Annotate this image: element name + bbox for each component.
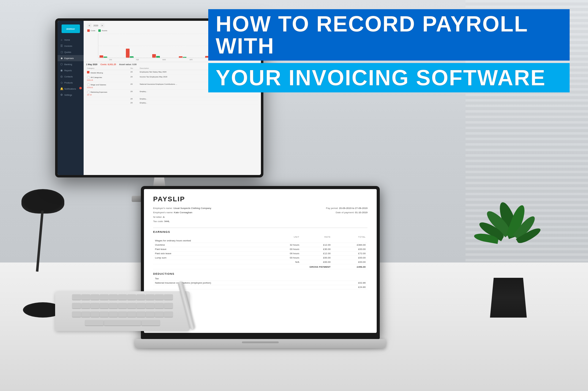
key-space-bar[interactable] bbox=[104, 320, 141, 326]
key[interactable] bbox=[146, 303, 154, 308]
title-line-1: HOW TO RECORD PAYROLL WITH bbox=[208, 9, 570, 61]
home-icon: ⌂ bbox=[60, 38, 63, 41]
contacts-icon: ◎ bbox=[60, 75, 63, 78]
employee-label: Employee's name: bbox=[153, 211, 173, 214]
pay-date-row: Date of payment: 01-10-2019 bbox=[326, 210, 368, 215]
key[interactable] bbox=[118, 294, 127, 300]
nav-contacts[interactable]: ◎ Contacts bbox=[58, 73, 84, 80]
key[interactable] bbox=[72, 311, 81, 317]
row2-no: 20 bbox=[130, 75, 139, 82]
nav-products[interactable]: ◇ Products bbox=[58, 80, 84, 86]
row4-category: Marketing Expenses 297.34 bbox=[86, 90, 130, 97]
key[interactable] bbox=[72, 303, 81, 308]
row1-category: Details Missing bbox=[86, 70, 130, 75]
key[interactable] bbox=[81, 303, 90, 308]
earning-desc-5: Lump sum bbox=[153, 255, 264, 260]
pay-period-to: 27-09-2019 bbox=[355, 207, 368, 210]
earning-rate-2: £12.00 bbox=[301, 243, 332, 247]
legend-assets: Assets bbox=[98, 29, 107, 32]
banking-icon: ⬡ bbox=[60, 63, 63, 66]
nav-quotes[interactable]: ◻ Quotes bbox=[58, 49, 84, 55]
key[interactable] bbox=[127, 294, 136, 300]
earning-total-5: £00.00 bbox=[332, 255, 368, 260]
payslip-employee-row: Employee's name: Kate Connaghan bbox=[153, 210, 211, 215]
nav-banking[interactable]: ⬡ Banking bbox=[58, 61, 84, 67]
key[interactable] bbox=[109, 294, 118, 300]
chart-next-button[interactable]: > bbox=[100, 23, 104, 28]
earning-unit-3: 00 hours bbox=[264, 247, 301, 251]
key[interactable] bbox=[81, 294, 90, 300]
payslip-ni-row: NI letter: A bbox=[153, 215, 211, 219]
key[interactable] bbox=[91, 311, 99, 317]
deduction-unit-1 bbox=[317, 277, 327, 281]
row5-no: 20 bbox=[130, 97, 139, 101]
key[interactable] bbox=[118, 303, 127, 308]
earning-total-1 bbox=[332, 239, 368, 243]
nav-settings[interactable]: ⚙ Settings bbox=[58, 92, 84, 98]
title-text-line2: YOUR INVOICING SOFTWARE bbox=[216, 65, 546, 90]
col-header-category: Category bbox=[86, 67, 130, 70]
deduction-unit-2 bbox=[317, 281, 327, 285]
pay-period-from: 20-09-2019 bbox=[339, 207, 352, 210]
software-sidebar: debitoor ⌂ Home ☰ Invoices ◻ Quotes ◈ Ex… bbox=[58, 21, 84, 175]
reports-icon: ◉ bbox=[60, 69, 63, 72]
earnings-row: Paid sick leave 06 hours £12.00 £72.00 bbox=[153, 251, 368, 255]
nav-invoices[interactable]: ☰ Invoices bbox=[58, 43, 84, 49]
col-header-description: Description bbox=[139, 67, 216, 70]
bar-feb-assets bbox=[130, 56, 134, 58]
key[interactable] bbox=[127, 311, 136, 317]
earning-unit-6: N/A bbox=[264, 260, 301, 264]
pay-date: 01-10-2019 bbox=[355, 211, 368, 214]
keyboard-row-3 bbox=[58, 311, 187, 319]
earning-unit-1 bbox=[264, 239, 301, 243]
title-overlay: HOW TO RECORD PAYROLL WITH YOUR INVOICIN… bbox=[208, 9, 570, 92]
key[interactable] bbox=[137, 303, 145, 308]
tax-label: Tax code: bbox=[153, 220, 164, 223]
table-assets-total: Asset value: 0.00 bbox=[119, 63, 137, 65]
key[interactable] bbox=[91, 294, 99, 300]
nav-expenses[interactable]: ◈ Expenses bbox=[58, 55, 84, 61]
key[interactable] bbox=[146, 294, 154, 300]
key-space[interactable] bbox=[85, 320, 104, 326]
key[interactable] bbox=[146, 311, 154, 317]
key[interactable] bbox=[137, 311, 145, 317]
nav-reports[interactable]: ◉ Reports bbox=[58, 67, 84, 73]
key[interactable] bbox=[164, 311, 173, 317]
software-logo: debitoor bbox=[62, 24, 80, 33]
payslip-employer-row: Employer's name: Usual Suspects Clothing… bbox=[153, 206, 211, 210]
title-text-line1: HOW TO RECORD PAYROLL WITH bbox=[216, 12, 528, 58]
nav-products-label: Products bbox=[64, 82, 73, 84]
key-enter[interactable] bbox=[141, 320, 160, 326]
deduction-row: Tax bbox=[153, 277, 368, 281]
row5-category bbox=[86, 97, 130, 101]
key[interactable] bbox=[91, 303, 99, 308]
nav-notifications[interactable]: 🔔 Notifications bbox=[58, 86, 84, 92]
deduction-desc-2: National Insurance contributions (employ… bbox=[153, 281, 317, 285]
key[interactable] bbox=[100, 311, 108, 317]
key[interactable] bbox=[155, 311, 164, 317]
key[interactable] bbox=[127, 303, 136, 308]
key[interactable] bbox=[155, 303, 164, 308]
key[interactable] bbox=[100, 303, 108, 308]
key[interactable] bbox=[109, 311, 118, 317]
nav-home[interactable]: ⌂ Home bbox=[58, 37, 84, 43]
chart-prev-button[interactable]: < bbox=[87, 23, 92, 28]
keyboard[interactable] bbox=[55, 291, 190, 331]
key[interactable] bbox=[164, 303, 173, 308]
key[interactable] bbox=[100, 294, 108, 300]
nav-banking-label: Banking bbox=[64, 63, 72, 65]
deduction-total-1 bbox=[337, 277, 368, 281]
key[interactable] bbox=[155, 294, 164, 300]
key[interactable] bbox=[164, 294, 173, 300]
key[interactable] bbox=[118, 311, 127, 317]
keyboard-row-1 bbox=[58, 294, 187, 302]
earnings-row: Wages for ordinary hours worked bbox=[153, 239, 368, 243]
key[interactable] bbox=[72, 294, 81, 300]
key[interactable] bbox=[81, 311, 90, 317]
deduction-rate-2 bbox=[327, 281, 337, 285]
key[interactable] bbox=[137, 294, 145, 300]
row1-description: Employees Net Salary May 2020 bbox=[139, 70, 216, 75]
nav-contacts-label: Contacts bbox=[64, 76, 73, 78]
key[interactable] bbox=[109, 303, 118, 308]
deduction-row: National Insurance contributions (employ… bbox=[153, 281, 368, 285]
